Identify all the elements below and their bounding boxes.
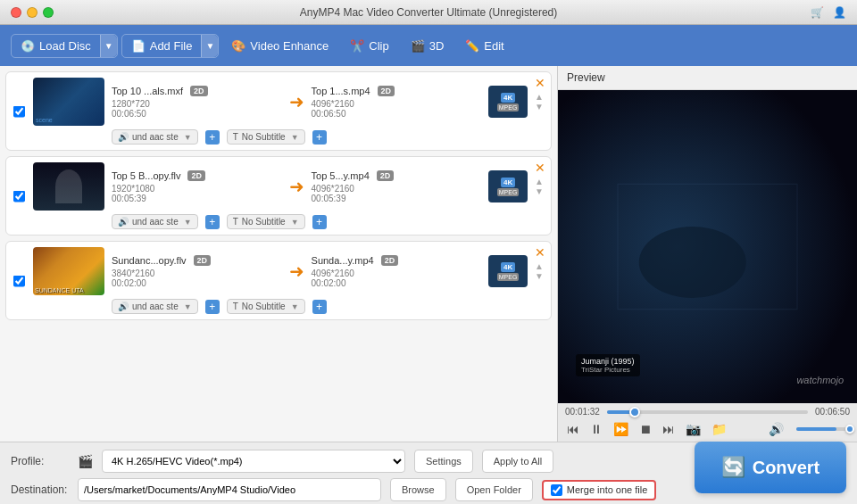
- file-3-thumbnail: SUNDANCE UTA: [33, 247, 104, 295]
- user-icon[interactable]: 👤: [833, 6, 846, 19]
- file-1-input-meta: 1280*720 00:06:50: [112, 99, 282, 119]
- add-file-dropdown[interactable]: ▼: [201, 35, 218, 57]
- subtitle-icon-3: T: [233, 302, 238, 311]
- stop-button[interactable]: ⏹: [637, 420, 653, 438]
- file-3-add-subtitle-button[interactable]: +: [312, 300, 327, 314]
- scroll-up-2[interactable]: ▲: [535, 178, 544, 186]
- file-item-3: ✕ SUNDANCE UTA Sundanc...opy.flv 2D 3840…: [5, 241, 552, 320]
- file-3-output-name: Sunda...y.mp4: [312, 255, 374, 266]
- add-file-group: 📄 Add File ▼: [121, 34, 220, 58]
- video-enhance-button[interactable]: 🎨 Video Enhance: [222, 35, 337, 57]
- volume-button[interactable]: 🔊: [767, 420, 786, 438]
- edit-icon: ✏️: [465, 39, 479, 53]
- file-3-audio-control[interactable]: 🔊 und aac ste ▼: [112, 299, 198, 314]
- file-2-input-name: Top 5 B...opy.flv: [112, 170, 180, 181]
- preview-panel: Preview Jumanji (1995): [558, 66, 857, 442]
- profile-label: Profile:: [11, 455, 69, 467]
- file-1-format-icon: 4K MPEG: [488, 86, 528, 118]
- file-1-add-audio-button[interactable]: +: [205, 130, 220, 145]
- file-1-checkbox[interactable]: [13, 105, 25, 117]
- file-2-add-audio-button[interactable]: +: [205, 215, 220, 229]
- screenshot-button[interactable]: 📷: [684, 420, 703, 438]
- apply-to-all-button[interactable]: Apply to All: [482, 450, 553, 473]
- file-2-audio-control[interactable]: 🔊 und aac ste ▼: [112, 214, 198, 229]
- file-2-subtitle-control[interactable]: T No Subtitle ▼: [227, 214, 305, 229]
- file-3-format-icon: 4K MPEG: [488, 255, 528, 287]
- skip-back-button[interactable]: ⏮: [565, 420, 581, 438]
- file-1-subtitle-control[interactable]: T No Subtitle ▼: [227, 129, 305, 145]
- load-disc-button[interactable]: 💿 Load Disc: [12, 35, 100, 57]
- 3d-icon: 🎬: [411, 39, 425, 53]
- convert-arrow-1: ➜: [289, 91, 304, 112]
- volume-track[interactable]: [796, 427, 850, 431]
- file-3-input-badge: 2D: [194, 255, 212, 266]
- remove-file-2-button[interactable]: ✕: [535, 161, 545, 175]
- file-2-output-meta: 4096*2160 00:05:39: [312, 184, 482, 203]
- convert-button[interactable]: 🔄 Convert: [695, 442, 846, 493]
- file-2-input-meta: 1920*1080 00:05:39: [112, 184, 282, 203]
- file-2-add-subtitle-button[interactable]: +: [312, 215, 327, 229]
- edit-button[interactable]: ✏️ Edit: [456, 35, 512, 57]
- convert-arrow-3: ➜: [289, 260, 304, 282]
- main-layout: ✕ scene Top 10 ...als.mxf 2D 1280*720 00…: [0, 66, 857, 442]
- time-total: 00:06:50: [815, 407, 850, 417]
- file-2-output-info: Top 5...y.mp4 2D 4096*2160 00:05:39: [312, 170, 482, 203]
- destination-label: Destination:: [11, 483, 69, 496]
- profile-select[interactable]: 4K H.265/HEVC Video(*.mp4): [102, 450, 405, 473]
- merge-checkbox[interactable]: [551, 484, 562, 496]
- maximize-button[interactable]: [43, 7, 54, 18]
- audio-icon: 🔊: [118, 132, 129, 142]
- load-disc-dropdown[interactable]: ▼: [100, 35, 117, 57]
- file-list: ✕ scene Top 10 ...als.mxf 2D 1280*720 00…: [0, 66, 558, 442]
- preview-overlay: Jumanji (1995) TriStar Pictures: [576, 354, 640, 376]
- file-3-output-info: Sunda...y.mp4 2D 4096*2160 00:02:00: [312, 255, 482, 288]
- progress-track[interactable]: [607, 410, 808, 414]
- file-3-add-audio-button[interactable]: +: [205, 300, 220, 314]
- fast-forward-button[interactable]: ⏩: [612, 420, 630, 438]
- file-1-output-name: Top 1...s.mp4: [312, 86, 370, 96]
- file-2-input-badge: 2D: [187, 170, 205, 181]
- clip-button[interactable]: ✂️ Clip: [341, 35, 397, 57]
- add-file-button[interactable]: 📄 Add File: [122, 35, 202, 57]
- file-3-checkbox[interactable]: [13, 275, 25, 286]
- open-folder-button[interactable]: Open Folder: [455, 478, 533, 501]
- audio-icon-2: 🔊: [118, 217, 129, 227]
- load-disc-group: 💿 Load Disc ▼: [11, 34, 118, 58]
- file-1-add-subtitle-button[interactable]: +: [312, 130, 327, 145]
- minimize-button[interactable]: [27, 7, 37, 18]
- preview-title: Preview: [558, 66, 857, 90]
- enhance-icon: 🎨: [231, 39, 245, 53]
- remove-file-1-button[interactable]: ✕: [535, 76, 545, 90]
- file-3-scroll-arrows[interactable]: ▲ ▼: [535, 262, 544, 281]
- browse-button[interactable]: Browse: [390, 478, 446, 501]
- file-1-audio-control[interactable]: 🔊 und aac ste ▼: [112, 129, 198, 145]
- close-button[interactable]: [11, 7, 21, 18]
- cart-icon[interactable]: 🛒: [811, 6, 824, 19]
- scroll-down-1[interactable]: ▼: [535, 103, 544, 112]
- file-2-checkbox[interactable]: [13, 190, 25, 202]
- skip-forward-button[interactable]: ⏭: [661, 420, 677, 438]
- file-1-thumbnail: scene: [33, 78, 104, 126]
- file-2-format-icon: 4K MPEG: [488, 170, 528, 202]
- pause-button[interactable]: ⏸: [588, 420, 604, 438]
- file-1-scroll-arrows[interactable]: ▲ ▼: [535, 93, 544, 112]
- file-2-scroll-arrows[interactable]: ▲ ▼: [535, 178, 544, 196]
- scroll-down-3[interactable]: ▼: [535, 272, 544, 281]
- file-3-info: Sundanc...opy.flv 2D 3840*2160 00:02:00: [112, 255, 282, 288]
- preview-watermark: watchmojo: [796, 375, 844, 385]
- scroll-up-3[interactable]: ▲: [535, 262, 544, 271]
- profile-icon: 🎬: [78, 454, 93, 468]
- scroll-up-1[interactable]: ▲: [535, 93, 544, 102]
- 3d-button[interactable]: 🎬 3D: [402, 35, 453, 57]
- file-3-input-name: Sundanc...opy.flv: [112, 255, 187, 266]
- open-folder-preview-button[interactable]: 📁: [710, 420, 728, 438]
- title-bar: AnyMP4 Mac Video Converter Ultimate (Unr…: [0, 0, 857, 25]
- window-controls[interactable]: [11, 7, 54, 18]
- file-item-1: ✕ scene Top 10 ...als.mxf 2D 1280*720 00…: [5, 71, 552, 151]
- settings-button[interactable]: Settings: [414, 450, 473, 473]
- scroll-down-2[interactable]: ▼: [535, 187, 544, 196]
- file-2-info: Top 5 B...opy.flv 2D 1920*1080 00:05:39: [112, 170, 282, 203]
- remove-file-3-button[interactable]: ✕: [535, 245, 545, 260]
- destination-input[interactable]: [78, 478, 381, 501]
- file-3-subtitle-control[interactable]: T No Subtitle ▼: [227, 299, 305, 314]
